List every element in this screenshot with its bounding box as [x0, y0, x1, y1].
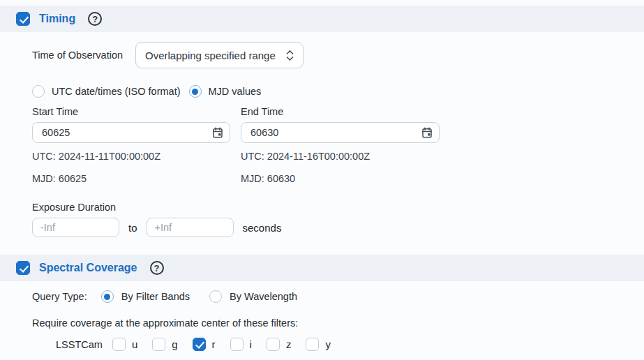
end-time-mjd-text: MJD: 60630 — [241, 173, 440, 184]
time-of-observation-selected-value: Overlapping specified range — [145, 50, 276, 61]
end-time-input[interactable] — [241, 122, 440, 143]
spectral-section-title: Spectral Coverage — [39, 262, 137, 274]
instrument-label: LSSTCam — [56, 339, 103, 350]
mjd-radio[interactable] — [189, 85, 202, 98]
start-time-mjd-text: MJD: 60625 — [32, 173, 230, 184]
time-format-options: UTC date/times (ISO format) MJD values — [32, 85, 644, 98]
mjd-radio-label: MJD values — [209, 86, 262, 97]
spectral-section-checkbox[interactable] — [16, 261, 30, 275]
timing-help-icon[interactable]: ? — [88, 12, 102, 26]
spectral-help-icon[interactable]: ? — [150, 261, 164, 275]
band-z-checkbox[interactable] — [267, 338, 280, 351]
band-z[interactable]: z — [267, 338, 292, 351]
end-time-label: End Time — [241, 106, 440, 117]
query-type-option-filter-bands[interactable]: By Filter Bands — [101, 290, 190, 303]
query-type-option-wavelength[interactable]: By Wavelength — [209, 290, 297, 303]
spectral-section-header: Spectral Coverage ? — [0, 255, 644, 281]
band-z-label: z — [286, 338, 292, 350]
band-r-label: r — [212, 338, 216, 350]
time-of-observation-label: Time of Observation — [32, 50, 123, 61]
time-of-observation-row: Time of Observation Overlapping specifie… — [32, 42, 644, 68]
filter-bands-radio-label: By Filter Bands — [121, 291, 190, 302]
end-time-field-wrap — [241, 122, 440, 143]
time-of-observation-select[interactable]: Overlapping specified range — [135, 42, 304, 68]
band-y[interactable]: y — [306, 338, 331, 351]
filter-bands-radio[interactable] — [101, 290, 114, 303]
start-time-input[interactable] — [32, 122, 230, 143]
band-g-label: g — [172, 338, 177, 350]
timing-section-body: Time of Observation Overlapping specifie… — [0, 42, 644, 237]
exposure-to-label: to — [128, 222, 137, 234]
band-i-checkbox[interactable] — [230, 338, 244, 351]
exposure-min-input[interactable] — [32, 218, 119, 237]
start-time-column: Start Time UTC: 2024-11-11T00:00:00Z — [32, 106, 230, 184]
wavelength-radio[interactable] — [209, 290, 222, 303]
band-i[interactable]: i — [230, 338, 252, 351]
query-type-row: Query Type: By Filter Bands By Wavelengt… — [32, 290, 644, 303]
time-format-option-mjd[interactable]: MJD values — [189, 85, 262, 98]
end-time-utc-text: UTC: 2024-11-16T00:00:00Z — [241, 151, 440, 162]
exposure-duration-label: Exposure Duration — [32, 202, 644, 213]
band-y-checkbox[interactable] — [306, 338, 319, 351]
timing-section-checkbox[interactable] — [16, 12, 30, 26]
start-time-utc-text: UTC: 2024-11-11T00:00:00Z — [32, 151, 230, 162]
select-chevrons-icon — [286, 50, 294, 61]
band-r[interactable]: r — [193, 338, 216, 351]
band-r-checkbox[interactable] — [193, 338, 206, 351]
filters-prompt: Require coverage at the approximate cent… — [32, 317, 644, 329]
utc-radio[interactable] — [32, 85, 45, 98]
end-time-column: End Time UTC: 2024-11-16T00:00:00Z — [241, 106, 440, 184]
time-range-grid: Start Time UTC: 2024-11-11T00:00:00Z — [32, 106, 644, 184]
exposure-unit-label: seconds — [243, 222, 282, 234]
band-g-checkbox[interactable] — [152, 338, 165, 351]
band-checkbox-row: LSSTCam u g r i z y — [32, 338, 644, 351]
spectral-section-body: Query Type: By Filter Bands By Wavelengt… — [0, 290, 644, 351]
search-filters-panel: Timing ? Time of Observation Overlapping… — [0, 0, 644, 360]
band-g[interactable]: g — [152, 338, 177, 351]
exposure-max-input[interactable] — [147, 218, 234, 237]
exposure-duration-row: to seconds — [32, 218, 644, 237]
utc-radio-label: UTC date/times (ISO format) — [52, 86, 181, 97]
band-u[interactable]: u — [112, 338, 137, 351]
start-time-field-wrap — [32, 122, 230, 143]
band-i-label: i — [250, 338, 252, 350]
band-y-label: y — [325, 338, 331, 350]
band-u-checkbox[interactable] — [112, 338, 126, 351]
timing-section-header: Timing ? — [0, 6, 644, 32]
time-format-option-utc[interactable]: UTC date/times (ISO format) — [32, 85, 181, 98]
wavelength-radio-label: By Wavelength — [230, 291, 297, 302]
start-time-label: Start Time — [32, 106, 230, 117]
timing-section-title: Timing — [39, 13, 75, 25]
query-type-label: Query Type: — [32, 291, 87, 302]
start-time-calendar-icon[interactable] — [211, 126, 224, 139]
end-time-calendar-icon[interactable] — [421, 126, 433, 139]
band-u-label: u — [132, 338, 137, 350]
